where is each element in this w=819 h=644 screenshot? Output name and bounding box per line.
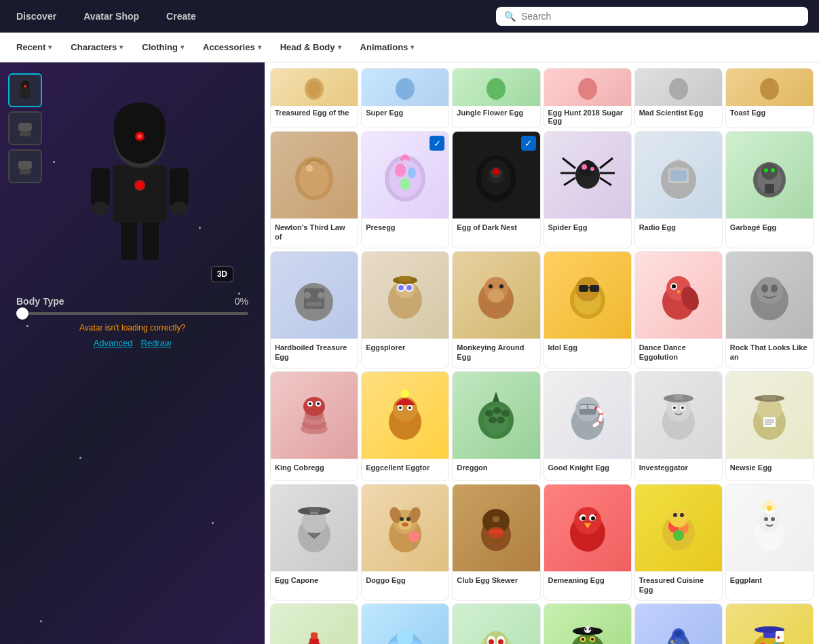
item-name: Treasured Egg of the [271, 106, 358, 119]
tab-accessories[interactable]: Accessories ▾ [195, 37, 269, 58]
list-item[interactable]: Eggfection [452, 603, 540, 644]
svg-point-24 [396, 78, 415, 100]
svg-point-75 [406, 285, 412, 290]
chevron-down-icon: ▾ [338, 43, 341, 51]
list-item[interactable]: Dreggon [452, 371, 540, 481]
list-item[interactable]: Club Egg Skewer [452, 484, 540, 601]
search-bar[interactable]: 🔍 [496, 7, 808, 26]
chevron-down-icon: ▾ [48, 43, 52, 51]
avatar-thumb-3[interactable] [8, 149, 42, 183]
svg-point-50 [582, 164, 587, 170]
svg-point-217 [588, 628, 590, 630]
list-item[interactable]: Garbagé Egg [725, 131, 814, 248]
svg-point-31 [306, 165, 313, 172]
tab-characters[interactable]: Characters ▾ [62, 37, 131, 58]
tab-animations[interactable]: Animations ▾ [352, 37, 423, 58]
list-item[interactable]: Jungle Flower Egg [452, 68, 540, 128]
list-item[interactable]: Investeggator [634, 371, 723, 481]
chevron-down-icon: ▾ [180, 43, 184, 51]
list-item[interactable]: Monkeying Around Egg [452, 251, 540, 368]
avatar-thumb-2[interactable] [8, 111, 42, 145]
svg-point-79 [488, 289, 504, 303]
list-item[interactable]: Dance Dance Eggolution [634, 251, 723, 368]
svg-point-34 [395, 164, 406, 177]
svg-point-28 [760, 78, 779, 100]
svg-point-30 [299, 161, 329, 196]
svg-rect-5 [18, 123, 32, 131]
svg-point-216 [584, 628, 586, 630]
search-input[interactable] [521, 11, 800, 22]
item-name: Egg Capone [271, 571, 358, 593]
svg-rect-9 [142, 219, 159, 260]
svg-line-44 [563, 158, 575, 168]
list-item[interactable]: ✓ Egg of Dark Nest [452, 131, 540, 248]
body-type-slider[interactable] [16, 312, 248, 315]
list-item[interactable]: Eggplant [725, 484, 814, 601]
svg-point-110 [401, 390, 409, 398]
list-item[interactable]: ♦ Treasured Egg of [725, 603, 814, 644]
category-tabs: Recent ▾ Characters ▾ Clothing ▾ Accesso… [0, 33, 819, 62]
selected-badge: ✓ [521, 136, 536, 151]
items-grid: Newton's Third Law of ✓ Presegg [270, 131, 814, 644]
svg-point-14 [171, 202, 187, 215]
nav-discover[interactable]: Discover [11, 8, 62, 24]
redraw-link[interactable]: Redraw [141, 338, 172, 348]
list-item[interactable]: Good Knight Egg [544, 371, 632, 481]
svg-point-36 [400, 178, 410, 190]
item-name: Egg Hunt 2018 Sugar Egg [544, 106, 631, 128]
item-name: King Cobregg [271, 459, 358, 480]
list-item[interactable]: Newton's Third Law of [270, 131, 358, 248]
avatar-figure [72, 90, 208, 287]
avatar-preview: 3D [38, 87, 242, 290]
list-item[interactable]: Treasured Cuisine Egg [634, 484, 723, 601]
list-item[interactable]: Eggsplorer [361, 251, 449, 368]
list-item[interactable]: ✓ Presegg [361, 131, 449, 248]
svg-line-46 [564, 178, 575, 185]
list-item[interactable]: ★ ★ Egg of Wishes [634, 603, 723, 644]
svg-point-176 [673, 513, 677, 517]
svg-point-179 [759, 511, 780, 533]
list-item[interactable]: Alleggator [544, 603, 632, 644]
list-item[interactable]: Egg Capone [270, 484, 358, 601]
svg-point-117 [485, 410, 493, 417]
list-item[interactable]: Rock That Looks Like an [725, 251, 814, 368]
list-item[interactable]: Hardboiled Treasure Egg [270, 251, 358, 368]
item-name: Investeggator [635, 459, 722, 480]
list-item[interactable]: Demeaning Egg [544, 484, 632, 601]
svg-rect-162 [489, 531, 503, 533]
item-name: Club Egg Skewer [453, 571, 539, 593]
search-icon: 🔍 [504, 11, 516, 22]
list-item[interactable]: Eggchup [270, 603, 358, 644]
list-item[interactable]: Idol Egg [544, 251, 632, 368]
list-item[interactable]: Radio Egg [634, 131, 723, 248]
item-name: Egg of Dark Nest [453, 219, 539, 240]
svg-rect-224 [675, 631, 682, 637]
item-name: Rock That Looks Like an [726, 339, 813, 368]
tab-recent[interactable]: Recent ▾ [8, 37, 60, 58]
list-item[interactable]: Treasured Egg of the [270, 68, 358, 128]
list-item[interactable]: Toast Egg [725, 68, 814, 128]
tab-clothing[interactable]: Clothing ▾ [134, 37, 192, 58]
svg-rect-71 [399, 276, 411, 282]
list-item[interactable]: Sugar Crystal Egg [361, 603, 449, 644]
slider-thumb[interactable] [16, 307, 28, 320]
svg-rect-146 [309, 507, 320, 512]
list-item[interactable]: Egg Hunt 2018 Sugar Egg [544, 68, 632, 128]
list-item[interactable]: King Cobregg [270, 371, 358, 481]
list-item[interactable]: Super Egg [361, 68, 449, 128]
list-item[interactable]: Mad Scientist Egg [634, 68, 723, 128]
item-name: Jungle Flower Egg [453, 106, 539, 119]
three-d-badge[interactable]: 3D [211, 266, 233, 282]
item-name: Demeaning Egg [544, 571, 631, 593]
svg-point-185 [764, 517, 768, 521]
list-item[interactable]: Spider Egg [544, 131, 632, 248]
list-item[interactable]: Newsie Egg [725, 371, 814, 481]
item-name: Newsie Egg [726, 459, 813, 480]
nav-create[interactable]: Create [161, 8, 202, 24]
nav-avatar-shop[interactable]: Avatar Shop [78, 8, 145, 24]
list-item[interactable]: Eggcellent Eggtor [361, 371, 449, 481]
avatar-thumb-1[interactable] [8, 73, 42, 107]
list-item[interactable]: Doggo Egg [361, 484, 449, 601]
tab-head-body[interactable]: Head & Body ▾ [272, 37, 349, 58]
advanced-link[interactable]: Advanced [94, 338, 133, 348]
